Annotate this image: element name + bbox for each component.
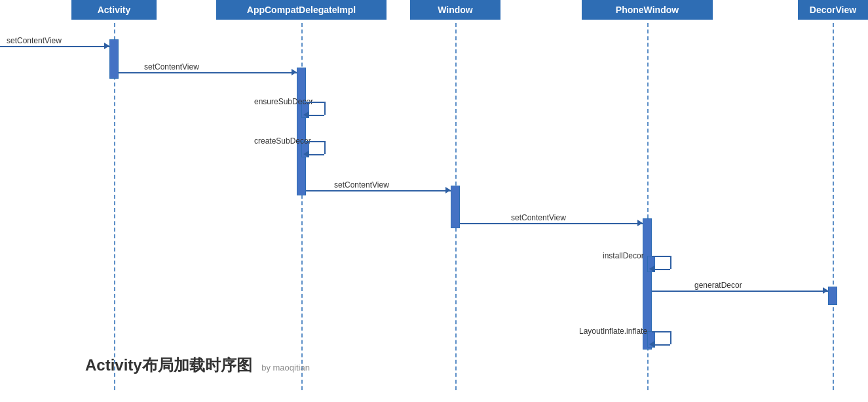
arrow-set-content-view-external <box>0 46 109 47</box>
arrowhead-create-sub-decor <box>303 151 309 157</box>
label-set-content-view-2: setContentView <box>334 180 389 190</box>
arrowhead-set-content-view-external <box>104 43 109 49</box>
activation-activity-1 <box>109 39 119 79</box>
label-set-content-view-3: setContentView <box>511 213 566 222</box>
arrowhead-layout-inflate <box>649 341 654 348</box>
arrowhead-set-content-view-3 <box>637 220 643 226</box>
label-set-content-view-1: setContentView <box>144 62 199 71</box>
class-box-phonewindow: PhoneWindow <box>582 0 713 20</box>
arrowhead-set-content-view-2 <box>445 187 451 193</box>
activation-window-1 <box>451 186 460 228</box>
self-call-install-right <box>652 256 670 257</box>
self-call-create-down <box>324 141 326 154</box>
arrowhead-ensure-sub-decor <box>303 111 309 118</box>
label-install-decor: installDecor <box>603 251 644 260</box>
arrow-set-content-view-2 <box>306 190 451 191</box>
activation-decorview-1 <box>828 287 837 305</box>
self-call-ensure-down <box>324 102 326 115</box>
arrow-generat-decor <box>652 291 828 292</box>
self-call-inflate-left <box>652 344 670 346</box>
diagram-container: Activity AppCompatDelegateImpl Window Ph… <box>0 0 868 402</box>
lifeline-decorview <box>833 23 834 390</box>
arrow-set-content-view-3 <box>460 223 643 224</box>
self-call-install-down <box>670 256 671 269</box>
class-box-decorview: DecorView <box>798 0 868 20</box>
self-call-ensure-right <box>306 102 324 103</box>
class-box-window: Window <box>410 0 500 20</box>
arrowhead-generat-decor <box>823 287 828 294</box>
caption-sub: by maoqitian <box>261 363 310 372</box>
label-layout-inflate: LayoutInflate.inflate <box>579 327 647 336</box>
label-ensure-sub-decor: ensureSubDecor <box>254 97 313 106</box>
class-box-activity: Activity <box>71 0 157 20</box>
caption: Activity布局加载时序图 by maoqitian <box>85 355 310 376</box>
arrowhead-set-content-view-1 <box>292 69 297 75</box>
caption-main: Activity布局加载时序图 <box>85 356 252 374</box>
self-call-create-left <box>306 154 324 155</box>
self-call-inflate-right <box>652 331 670 332</box>
self-call-install-left <box>652 269 670 270</box>
self-call-ensure-left <box>306 115 324 116</box>
self-call-inflate-down <box>670 331 671 344</box>
activation-appcompat-1 <box>297 68 306 195</box>
label-create-sub-decor: createSubDecor <box>254 136 311 146</box>
label-generat-decor: generatDecor <box>694 281 742 290</box>
class-box-appcompat: AppCompatDelegateImpl <box>216 0 387 20</box>
label-set-content-view-external: setContentView <box>7 36 62 45</box>
arrow-set-content-view-1 <box>119 72 297 73</box>
self-call-create-right <box>306 141 324 142</box>
arrowhead-install-decor <box>649 266 654 272</box>
